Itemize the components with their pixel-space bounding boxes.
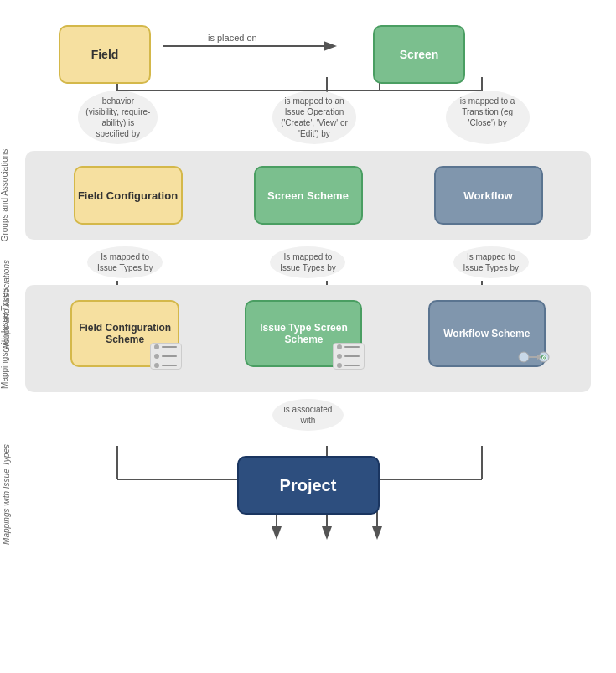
- itss-node: Issue Type Screen Scheme: [245, 300, 362, 367]
- field-label: Field: [91, 48, 119, 61]
- itss-label: Issue Type Screen Scheme: [246, 322, 360, 345]
- diagram-container: is placed on: [0, 0, 616, 673]
- screen-node: Screen: [373, 25, 465, 84]
- fc-scheme-label: Field Configuration Scheme: [72, 322, 178, 345]
- field-config-node: Field Configuration: [74, 166, 183, 225]
- svg-point-21: [519, 352, 529, 362]
- workflow-label: Workflow: [463, 189, 512, 202]
- screen-label: Screen: [400, 48, 439, 61]
- mapped-transition-label: is mapped to a Transition (eg 'Close') b…: [446, 91, 530, 144]
- mapped-ss-label: Is mapped to Issue Types by: [270, 246, 345, 278]
- associated-label: is associated with: [272, 399, 344, 431]
- field-node: Field: [59, 25, 151, 84]
- wf-scheme-label: Workflow Scheme: [443, 328, 530, 339]
- svg-text:⚙: ⚙: [541, 355, 546, 362]
- groups-side-label: Groups and Associations: [2, 260, 11, 353]
- screen-scheme-label: Screen Scheme: [267, 189, 349, 202]
- mappings-side-label: Mappings with Issue Types: [2, 444, 11, 545]
- project-label: Project: [280, 476, 337, 495]
- behavior-label: behavior (visibility, require-ability) i…: [78, 91, 158, 144]
- workflow-node: Workflow: [434, 166, 543, 225]
- groups-section-label: Groups and Associations: [0, 149, 9, 242]
- field-config-label: Field Configuration: [78, 189, 178, 202]
- fc-scheme-icon: [150, 343, 182, 370]
- fc-scheme-node: Field Configuration Scheme: [70, 300, 179, 367]
- wf-scheme-node: Workflow Scheme ⚙: [428, 300, 546, 367]
- project-node: Project: [237, 456, 380, 515]
- itss-icon: [333, 343, 365, 370]
- screen-scheme-node: Screen Scheme: [254, 166, 363, 225]
- mapped-operation-label: is mapped to an Issue Operation ('Create…: [272, 91, 356, 144]
- mapped-fc-label: Is mapped to Issue Types by: [87, 246, 163, 278]
- diagram-main: Field Screen behavior (visibility, requi…: [25, 8, 591, 531]
- mapped-wf-label: Is mapped to Issue Types by: [453, 246, 529, 278]
- wf-scheme-icon: ⚙: [517, 342, 551, 372]
